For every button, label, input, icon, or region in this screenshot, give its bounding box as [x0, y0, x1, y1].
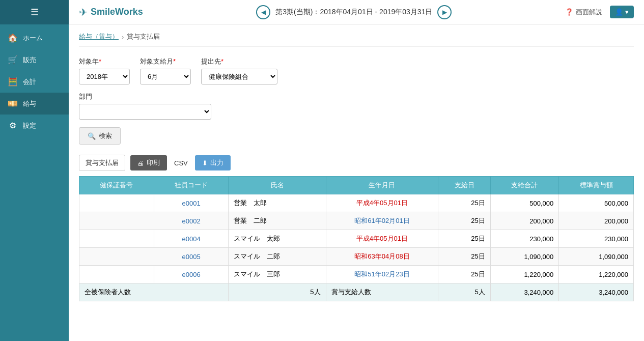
period-text: 第3期(当期)：2018年04月01日 - 2019年03月31日 — [275, 8, 432, 17]
cell-birthday: 平成4年05月01日 — [326, 194, 438, 212]
sidebar-header: ☰ — [0, 0, 69, 24]
dept-group: 部門 — [79, 92, 634, 120]
sidebar-item-settings-label: 設定 — [23, 121, 36, 130]
breadcrumb-current: 賞与支払届 — [127, 32, 160, 41]
topbar-right: ❓ 画面解説 👤 ▾ — [565, 6, 634, 18]
breadcrumb-parent[interactable]: 給与（賃与） — [79, 32, 119, 41]
payroll-icon: 💴 — [8, 99, 18, 108]
print-button-label: 印刷 — [147, 158, 160, 167]
cell-name: スマイル 二郎 — [229, 248, 326, 266]
target-year-group: 対象年* 2018年 — [79, 57, 130, 84]
footer-insured-count: 5人 — [229, 283, 326, 301]
target-month-required: * — [173, 58, 176, 65]
sidebar-item-accounting[interactable]: 🧮 会計 — [0, 71, 69, 93]
target-year-label: 対象年* — [79, 57, 130, 66]
sidebar-item-home[interactable]: 🏠 ホーム — [0, 27, 69, 49]
cell-name: スマイル 太郎 — [229, 230, 326, 248]
cell-total: 1,090,000 — [490, 248, 559, 266]
cell-standard: 500,000 — [559, 194, 634, 212]
footer-insured-label: 全被保険者人数 — [79, 283, 229, 301]
breadcrumb-separator: › — [122, 33, 124, 41]
search-icon: 🔍 — [88, 132, 96, 140]
cell-birthday: 昭和51年02月23日 — [326, 266, 438, 283]
main-area: ✈ SmileWorks ◀ 第3期(当期)：2018年04月01日 - 201… — [69, 0, 644, 341]
period-next-button[interactable]: ▶ — [437, 5, 452, 19]
print-button[interactable]: 🖨 印刷 — [130, 155, 167, 170]
col-payment-day: 支給日 — [438, 177, 490, 194]
cell-birthday: 昭和61年02月01日 — [326, 212, 438, 230]
sidebar-nav: 🏠 ホーム 🛒 販売 🧮 会計 💴 給与 ⚙ 設定 — [0, 24, 69, 136]
target-month-select[interactable]: 6月 — [140, 69, 191, 84]
submit-dest-select[interactable]: 健康保険組合 — [201, 69, 277, 84]
sidebar-item-accounting-label: 会計 — [23, 77, 36, 87]
cell-birthday: 昭和63年04月08日 — [326, 248, 438, 266]
table-row: e0002 営業 二郎 昭和61年02月01日 25日 200,000 200,… — [79, 212, 634, 230]
cell-payment-day: 25日 — [438, 194, 490, 212]
sales-icon: 🛒 — [8, 55, 18, 65]
cell-standard: 1,220,000 — [559, 266, 634, 283]
logo-icon: ✈ — [79, 6, 88, 18]
cell-standard: 200,000 — [559, 212, 634, 230]
sidebar-item-payroll-label: 給与 — [23, 99, 36, 108]
target-year-select[interactable]: 2018年 — [79, 69, 130, 84]
cell-standard: 1,090,000 — [559, 248, 634, 266]
table-row: e0005 スマイル 二郎 昭和63年04月08日 25日 1,090,000 … — [79, 248, 634, 266]
help-button[interactable]: ❓ 画面解説 — [565, 8, 602, 17]
help-label: 画面解説 — [576, 8, 602, 17]
cell-code: e0001 — [154, 194, 229, 212]
search-button[interactable]: 🔍 検索 — [79, 127, 121, 145]
footer-total-sum: 3,240,000 — [490, 283, 559, 301]
user-icon: 👤 — [615, 8, 623, 16]
footer-payment-count: 5人 — [438, 283, 490, 301]
submit-dest-group: 提出先* 健康保険組合 — [201, 57, 277, 84]
breadcrumb: 給与（賃与） › 賞与支払届 — [79, 32, 634, 47]
table-row: e0001 営業 太郎 平成4年05月01日 25日 500,000 500,0… — [79, 194, 634, 212]
col-birthday: 生年月日 — [326, 177, 438, 194]
cell-payment-day: 25日 — [438, 212, 490, 230]
cell-kenpo — [79, 212, 154, 230]
sidebar-item-settings[interactable]: ⚙ 設定 — [0, 115, 69, 136]
period-prev-button[interactable]: ◀ — [256, 5, 270, 19]
col-name: 氏名 — [229, 177, 326, 194]
sidebar: ☰ 🏠 ホーム 🛒 販売 🧮 会計 💴 給与 ⚙ 設定 — [0, 0, 69, 341]
cell-name: 営業 二郎 — [229, 212, 326, 230]
cell-total: 200,000 — [490, 212, 559, 230]
submit-dest-label: 提出先* — [201, 57, 277, 66]
content-area: 給与（賃与） › 賞与支払届 対象年* 2018年 対象支給月* 6月 — [69, 24, 644, 341]
cell-total: 1,220,000 — [490, 266, 559, 283]
cell-kenpo — [79, 194, 154, 212]
cell-name: 営業 太郎 — [229, 194, 326, 212]
cell-code: e0002 — [154, 212, 229, 230]
hamburger-icon[interactable]: ☰ — [31, 7, 39, 18]
dept-select[interactable] — [79, 104, 211, 120]
logo-text: SmileWorks — [91, 7, 143, 17]
sidebar-item-home-label: ホーム — [23, 34, 43, 43]
logo: ✈ SmileWorks — [79, 6, 143, 18]
dept-row: 部門 — [79, 92, 634, 120]
dept-label: 部門 — [79, 92, 634, 101]
target-month-group: 対象支給月* 6月 — [140, 57, 191, 84]
period-selector: ◀ 第3期(当期)：2018年04月01日 - 2019年03月31日 ▶ — [148, 5, 560, 19]
filter-form-row: 対象年* 2018年 対象支給月* 6月 提出先* 健康保険組合 — [79, 57, 634, 84]
col-code: 社員コード — [154, 177, 229, 194]
footer-payment-label: 賞与支給人数 — [326, 283, 438, 301]
csv-label: CSV — [172, 159, 190, 167]
export-button[interactable]: ⬇ 出力 — [195, 155, 231, 170]
sidebar-item-sales-label: 販売 — [23, 55, 36, 65]
target-year-required: * — [99, 58, 101, 65]
export-button-label: 出力 — [210, 158, 223, 167]
topbar: ✈ SmileWorks ◀ 第3期(当期)：2018年04月01日 - 201… — [69, 0, 644, 24]
cell-code: e0005 — [154, 248, 229, 266]
sidebar-item-payroll[interactable]: 💴 給与 — [0, 93, 69, 115]
export-icon: ⬇ — [202, 159, 208, 167]
sidebar-item-sales[interactable]: 🛒 販売 — [0, 49, 69, 71]
col-kenpo: 健保証番号 — [79, 177, 154, 194]
cell-standard: 230,000 — [559, 230, 634, 248]
cell-code: e0004 — [154, 230, 229, 248]
user-menu-button[interactable]: 👤 ▾ — [610, 6, 634, 18]
home-icon: 🏠 — [8, 33, 18, 43]
col-standard: 標準賞与額 — [559, 177, 634, 194]
submit-dest-required: * — [221, 58, 223, 65]
table-row: e0006 スマイル 三郎 昭和51年02月23日 25日 1,220,000 … — [79, 266, 634, 283]
footer-standard-sum: 3,240,000 — [559, 283, 634, 301]
